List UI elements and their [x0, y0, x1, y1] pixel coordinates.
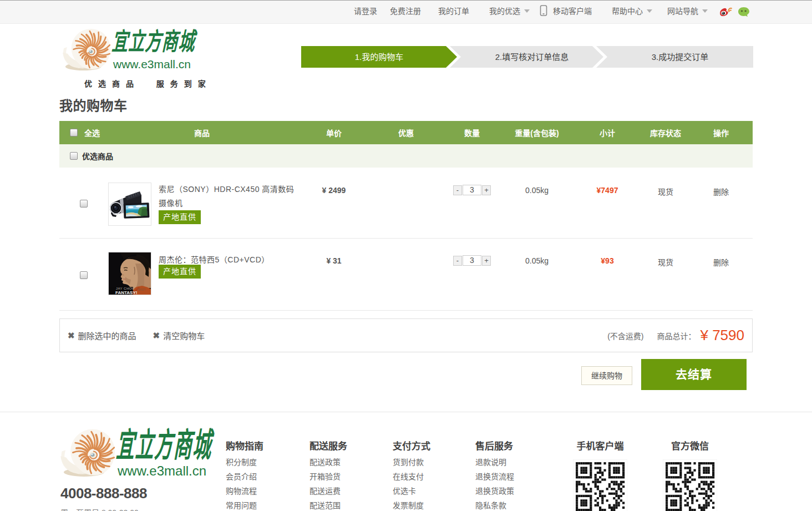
svg-text:LOVE: LOVE — [138, 288, 145, 291]
svg-text:FANTASY!: FANTASY! — [115, 290, 137, 295]
